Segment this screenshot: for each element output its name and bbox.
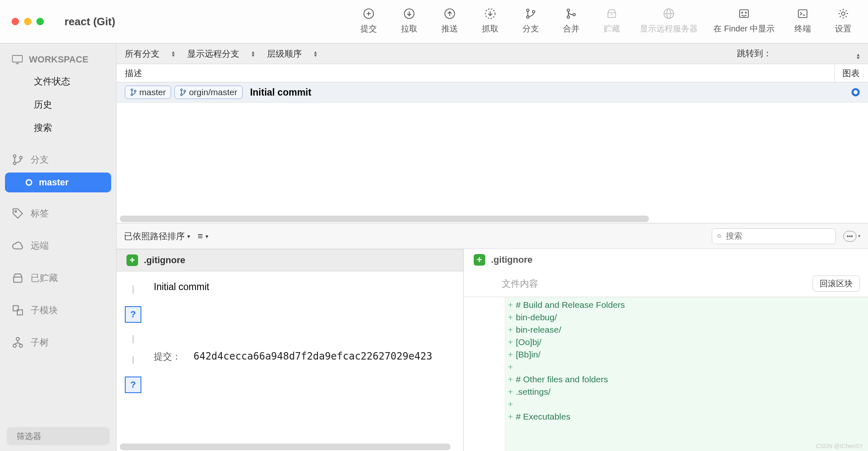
active-indicator-icon xyxy=(26,179,32,186)
sidebar-section-remotes[interactable]: 远端 xyxy=(0,234,116,258)
sidebar-section-branches[interactable]: 分支 xyxy=(0,148,116,172)
scrollbar-thumb[interactable] xyxy=(120,444,451,450)
branch-icon xyxy=(525,7,537,20)
jump-to-label[interactable]: 跳转到： ▴▾ xyxy=(737,48,860,60)
sidebar-filter[interactable] xyxy=(7,427,110,445)
scrollbar-thumb[interactable] xyxy=(120,216,649,222)
push-button[interactable]: 推送 xyxy=(437,7,462,34)
diff-line: +# Other files and folders xyxy=(505,373,868,386)
rollback-hunk-button[interactable]: 回滚区块 xyxy=(813,276,860,292)
sidebar-item-file-status[interactable]: 文件状态 xyxy=(0,70,116,93)
diff-body: +# Build and Release Folders+bin-debug/+… xyxy=(464,297,868,451)
columns-header: 描述 图表 xyxy=(117,64,868,82)
svg-point-32 xyxy=(15,211,17,212)
submodule-icon xyxy=(12,304,24,317)
author-avatar-icon: ? xyxy=(125,306,141,323)
maximize-window-button[interactable] xyxy=(36,18,44,25)
gear-icon xyxy=(837,7,849,20)
svg-point-25 xyxy=(842,12,845,15)
filter-bar: 所有分支▴▾ 显示远程分支▴▾ 层级顺序▴▾ 跳转到： ▴▾ xyxy=(117,43,868,64)
horizontal-scrollbar[interactable] xyxy=(117,215,868,223)
sidebar-section-tags[interactable]: 标签 xyxy=(0,202,116,226)
svg-point-30 xyxy=(13,162,16,165)
committer-avatar-icon: ? xyxy=(125,377,141,393)
stash-icon xyxy=(12,272,24,284)
commit-button[interactable]: 提交 xyxy=(356,7,381,34)
globe-icon xyxy=(663,7,675,20)
svg-point-46 xyxy=(184,90,186,92)
fetch-button[interactable]: 抓取 xyxy=(478,7,503,34)
sidebar-section-stashes[interactable]: 已贮藏 xyxy=(0,266,116,290)
commit-list: master orgin/master Initial commit xyxy=(117,82,868,223)
sort-dropdown[interactable]: 已依照路径排序 ▾ xyxy=(124,230,190,242)
sidebar: WORKSPACE 文件状态 历史 搜索 分支 master 标签 远端 已贮藏 xyxy=(0,43,117,451)
file-list-item[interactable]: + .gitignore xyxy=(117,249,463,271)
svg-point-11 xyxy=(532,10,535,13)
diff-line: +.settings/ xyxy=(505,386,868,398)
minimize-window-button[interactable] xyxy=(24,18,31,25)
detail-left-pane: + .gitignore ? ? Initial commit xyxy=(117,223,464,451)
options-button[interactable] xyxy=(843,231,856,242)
stash-icon xyxy=(606,7,618,20)
subtree-icon xyxy=(12,336,24,349)
diff-line: + xyxy=(505,361,868,373)
svg-point-9 xyxy=(527,9,529,12)
description-column[interactable]: 描述 xyxy=(125,67,142,79)
svg-point-44 xyxy=(181,89,182,91)
detail-search-input[interactable] xyxy=(726,231,830,241)
close-window-button[interactable] xyxy=(12,18,19,25)
horizontal-scrollbar[interactable] xyxy=(117,443,463,451)
branches-dropdown[interactable]: 所有分支▴▾ xyxy=(125,48,175,60)
commit-hash[interactable]: 642d4cecca66a948d7f2da9efcac22627029e423 xyxy=(193,350,432,362)
terminal-button[interactable]: 终端 xyxy=(790,7,815,34)
diff-file-name: .gitignore xyxy=(491,254,532,265)
order-dropdown[interactable]: 层级顺序▴▾ xyxy=(267,48,317,60)
branch-tag-master[interactable]: master xyxy=(125,86,171,99)
commit-row[interactable]: master orgin/master Initial commit xyxy=(117,82,868,103)
finder-icon xyxy=(738,7,750,20)
plus-circle-icon xyxy=(362,7,375,20)
show-remote-button[interactable]: 显示远程服务器 xyxy=(640,7,698,34)
show-in-finder-button[interactable]: 在 Finder 中显示 xyxy=(713,7,775,34)
svg-point-10 xyxy=(527,16,529,18)
sidebar-section-submodules[interactable]: 子模块 xyxy=(0,298,116,322)
commit-message: Initial commit xyxy=(246,87,311,98)
chevron-updown-icon: ▴▾ xyxy=(774,53,860,60)
svg-point-37 xyxy=(13,344,17,348)
watermark: CSDN @IChenSY xyxy=(816,443,863,449)
show-remote-dropdown[interactable]: 显示远程分支▴▾ xyxy=(187,48,255,60)
commit-detail-pane: ? ? Initial commit 提交： 642d4cecca66a948d… xyxy=(117,271,463,443)
diff-line: +# Build and Release Folders xyxy=(505,299,868,311)
svg-point-36 xyxy=(16,338,19,341)
pull-button[interactable]: 拉取 xyxy=(397,7,422,34)
sidebar-item-history[interactable]: 历史 xyxy=(0,93,116,116)
merge-icon xyxy=(565,7,577,20)
svg-point-45 xyxy=(181,94,182,96)
sidebar-filter-input[interactable] xyxy=(17,432,121,441)
sidebar-branch-master[interactable]: master xyxy=(5,173,111,192)
monitor-icon xyxy=(12,55,23,65)
svg-rect-23 xyxy=(799,10,807,18)
detail-search[interactable] xyxy=(712,228,836,244)
settings-button[interactable]: 设置 xyxy=(831,7,856,34)
svg-point-47 xyxy=(718,234,720,237)
detail-toolbar: 已依照路径排序 ▾ ≡ ▾ ▾ xyxy=(117,223,868,249)
chart-column[interactable]: 图表 xyxy=(835,64,860,82)
tag-icon xyxy=(12,207,24,220)
sidebar-section-subtrees[interactable]: 子树 xyxy=(0,331,116,355)
chevron-down-icon: ▾ xyxy=(858,233,861,239)
titlebar: react (Git) 提交 拉取 推送 抓取 分支 合并 贮藏 显示远程服务器… xyxy=(0,0,868,43)
sidebar-item-search[interactable]: 搜索 xyxy=(0,116,116,139)
merge-button[interactable]: 合并 xyxy=(559,7,584,34)
diff-line: +bin-debug/ xyxy=(505,311,868,324)
branch-tag-origin-master[interactable]: orgin/master xyxy=(174,86,243,99)
stash-button[interactable]: 贮藏 xyxy=(599,7,624,34)
window-title: react (Git) xyxy=(56,15,115,28)
svg-rect-15 xyxy=(608,13,616,18)
branch-button[interactable]: 分支 xyxy=(518,7,543,34)
view-mode-dropdown[interactable]: ≡ ▾ xyxy=(198,231,208,242)
diff-lines[interactable]: +# Build and Release Folders+bin-debug/+… xyxy=(505,297,868,451)
detail-right-pane: + .gitignore 文件内容 回滚区块 +# Build and Rele… xyxy=(464,223,868,451)
svg-point-43 xyxy=(134,90,136,92)
diff-line: +# Executables xyxy=(505,410,868,423)
